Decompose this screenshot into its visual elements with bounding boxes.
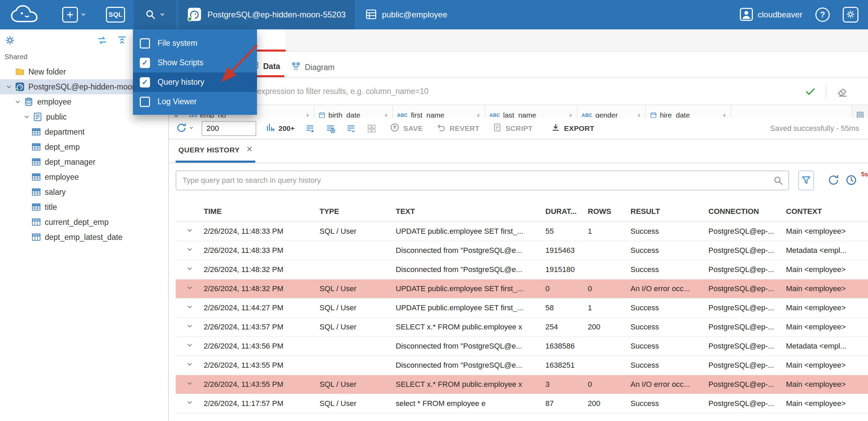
close-icon[interactable]: × <box>246 143 253 155</box>
settings-button[interactable] <box>843 7 858 23</box>
chevron-down-icon[interactable] <box>186 380 193 389</box>
chevron-down-icon[interactable] <box>186 399 193 408</box>
chevron-down-icon[interactable] <box>186 246 193 255</box>
chevron-down-icon[interactable] <box>186 322 193 332</box>
apply-filter-icon[interactable] <box>804 86 816 99</box>
connection-selector[interactable]: PostgreSQL@ep-hidden-moon-55203 <box>178 0 355 29</box>
chevron-down-icon[interactable] <box>186 303 193 313</box>
column-header-birth-date[interactable]: birth_date <box>314 105 393 118</box>
help-button[interactable]: ? <box>815 8 830 22</box>
qh-column-text[interactable]: TEXT <box>396 207 545 216</box>
qh-column-result[interactable]: RESULT <box>630 207 708 216</box>
sync-connection-icon[interactable] <box>97 35 107 46</box>
save-button[interactable]: SAVE <box>390 122 423 134</box>
query-history-row[interactable]: 2/26/2024, 11:48:33 PMDisconnected from … <box>176 241 868 260</box>
delete-row-button[interactable] <box>346 123 356 134</box>
column-header-last-name[interactable]: ABClast_name <box>485 105 578 118</box>
search-icon[interactable] <box>773 175 784 187</box>
qh-column-context[interactable]: CONTEXT <box>786 207 868 216</box>
chevron-down-icon[interactable] <box>186 265 193 274</box>
query-history-row[interactable]: 2/26/2024, 11:43:56 PMDisconnected from … <box>176 337 868 356</box>
menu-item-log-viewer[interactable]: Log Viewer <box>133 92 257 111</box>
qh-search-input[interactable] <box>176 171 789 190</box>
cell-connection: PostgreSQL@ep-... <box>708 284 786 293</box>
new-object-button[interactable] <box>62 0 87 29</box>
tab-diagram[interactable]: Diagram <box>291 57 335 77</box>
refresh-button[interactable] <box>176 122 194 135</box>
clear-filter-icon[interactable] <box>836 85 848 99</box>
chevron-down-icon[interactable] <box>186 361 193 370</box>
auto-refresh-button[interactable]: 5s <box>845 174 868 188</box>
tree-item-dept-emp-latest-date[interactable]: dept_emp_latest_date <box>0 230 168 245</box>
grouping-button[interactable] <box>366 123 377 134</box>
collapse-all-icon[interactable] <box>117 35 127 46</box>
chevron-down-icon[interactable] <box>22 113 31 121</box>
sort-icon[interactable] <box>380 112 389 118</box>
query-history-row[interactable]: 2/26/2024, 11:48:32 PMDisconnected from … <box>176 260 868 280</box>
export-button[interactable]: EXPORT <box>551 122 595 134</box>
filter-button[interactable] <box>798 171 814 190</box>
chevron-down-icon[interactable] <box>4 83 13 91</box>
sort-icon[interactable] <box>633 112 642 118</box>
query-history-row[interactable]: 2/26/2024, 11:48:32 PMSQL / UserUPDATE p… <box>176 280 868 299</box>
tree-item-title[interactable]: title <box>0 200 168 215</box>
schema-selector[interactable]: public@employee <box>365 0 447 29</box>
grid-menu-icon[interactable] <box>852 105 868 118</box>
checkbox-icon[interactable]: ✓ <box>140 77 150 87</box>
qh-column-durat[interactable]: DURAT... <box>545 207 588 216</box>
column-header-hire-date[interactable]: hire_date <box>646 105 731 118</box>
chevron-down-icon[interactable] <box>186 284 193 294</box>
sort-icon[interactable] <box>718 112 727 118</box>
sort-icon[interactable] <box>565 112 573 118</box>
sidebar-settings-button[interactable] <box>5 35 15 46</box>
data-filter-bar <box>169 78 868 105</box>
qh-refresh-button[interactable] <box>827 174 840 188</box>
tab-query-history[interactable]: QUERY HISTORY × <box>176 139 255 163</box>
column-header-first-name[interactable]: ABCfirst_name <box>393 105 485 118</box>
tab-data-label: Data <box>263 62 280 71</box>
query-history-row[interactable]: 2/26/2024, 11:43:55 PMDisconnected from … <box>176 356 868 375</box>
tools-panel-button[interactable] <box>134 0 177 29</box>
checkbox-icon[interactable] <box>140 38 150 49</box>
chevron-down-icon[interactable] <box>186 341 193 351</box>
date-type-icon <box>650 112 657 118</box>
tree-item-dept-emp[interactable]: dept_emp <box>0 139 168 154</box>
checkbox-icon[interactable]: ✓ <box>140 58 150 68</box>
qh-column-type[interactable]: TYPE <box>320 207 396 216</box>
script-button[interactable]: SCRIPT <box>492 123 532 134</box>
cloudbeaver-logo[interactable] <box>9 0 47 29</box>
add-row-button[interactable] <box>305 123 315 134</box>
qh-column-time[interactable]: TIME <box>204 207 320 216</box>
query-history-row[interactable]: 2/26/2024, 11:43:55 PMSQL / UserSELECT x… <box>176 375 868 394</box>
column-header-gender[interactable]: ABCgender <box>578 105 646 118</box>
revert-button[interactable]: REVERT <box>436 122 480 134</box>
fetch-size-input[interactable] <box>202 121 256 136</box>
checkbox-icon[interactable] <box>140 97 150 107</box>
query-history-row[interactable]: 2/26/2024, 11:17:57 PMSQL / Userselect *… <box>176 394 868 413</box>
menu-item-file-system[interactable]: File system <box>133 33 257 53</box>
tree-item-dept-manager[interactable]: dept_manager <box>0 154 168 169</box>
cell-context: Metadata <empl... <box>786 342 868 351</box>
qh-column-connection[interactable]: CONNECTION <box>708 207 786 216</box>
query-history-row[interactable]: 2/26/2024, 11:48:33 PMSQL / UserUPDATE p… <box>176 222 868 241</box>
tree-item-current-dept-emp[interactable]: current_dept_emp <box>0 215 168 230</box>
user-menu-button[interactable]: cloudbeaver <box>739 7 802 23</box>
fetch-page-button[interactable]: 200+ <box>266 123 295 134</box>
tree-item-employee[interactable]: employee <box>0 169 168 185</box>
sort-icon[interactable] <box>301 112 310 118</box>
sql-editor-button[interactable]: SQL <box>106 0 125 29</box>
chevron-down-icon[interactable] <box>13 98 22 106</box>
filter-input[interactable] <box>257 78 759 105</box>
duplicate-row-button[interactable] <box>325 123 336 134</box>
query-history-row[interactable]: 2/26/2024, 11:44:27 PMSQL / UserUPDATE p… <box>176 299 868 318</box>
tree-item-department[interactable]: department <box>0 124 168 139</box>
cell-result: Success <box>630 399 708 408</box>
menu-item-query-history[interactable]: ✓Query history <box>133 72 257 92</box>
query-history-row[interactable]: 2/26/2024, 11:43:57 PMSQL / UserSELECT x… <box>176 318 868 337</box>
cell-type: SQL / User <box>320 303 396 312</box>
chevron-down-icon[interactable] <box>186 227 193 236</box>
sort-icon[interactable] <box>472 112 481 118</box>
tree-item-salary[interactable]: salary <box>0 185 168 200</box>
menu-item-show-scripts[interactable]: ✓Show Scripts <box>133 53 257 72</box>
qh-column-rows[interactable]: ROWS <box>588 207 630 216</box>
